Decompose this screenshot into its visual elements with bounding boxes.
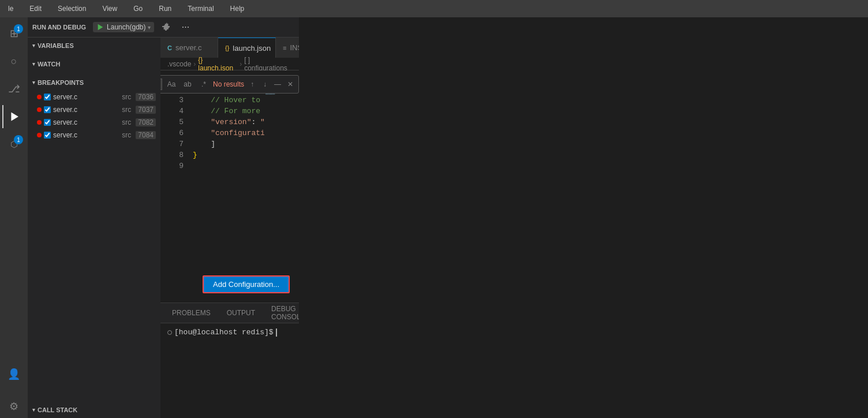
breakpoint-checkbox[interactable]: [44, 119, 51, 126]
find-bar: › Aa ab .* No results ↑ ↓ — ✕: [160, 75, 299, 94]
breakpoint-dot: [37, 95, 42, 99]
watch-section: ▾ Watch: [28, 56, 160, 72]
run-debug-label: Run and Debug: [32, 24, 86, 31]
find-navigation: ↑ ↓ — ✕: [246, 79, 296, 90]
whole-word-icon[interactable]: ab: [181, 77, 194, 91]
source-control-icon[interactable]: ⎇: [2, 77, 25, 100]
breakpoints-section: ▾ Breakpoints server.c src 7036: [28, 74, 160, 400]
extensions2-icon[interactable]: 👤: [2, 363, 25, 386]
minimap: ▓▓▓▓▓▓▓▓▓▓▓▓ ▓▓▓▓▓▓▓▓▓▓ ▓▓▓▓▓▓▓▓▓▓▓▓▓▓ ▓…: [264, 70, 299, 303]
add-configuration-button[interactable]: Add Configuration...: [203, 275, 290, 293]
code-line-9: }: [193, 150, 260, 161]
find-close-button[interactable]: —: [272, 79, 283, 90]
code-line-4: // For more information, visit: https://…: [193, 106, 260, 117]
activity-bar: ⊞ 1 ○ ⎇ ⬡ 1 👤 ⚙: [0, 17, 28, 418]
breadcrumb: .vscode › {} launch.json › [ ] configura…: [160, 58, 299, 70]
terminal-content[interactable]: [hou@localhost redis]$: [160, 323, 299, 418]
debug-actions: ···: [159, 19, 193, 35]
editor-area: C server.c {} launch.json ≡ INSTALL: [160, 38, 299, 418]
no-results-label: No results: [213, 80, 244, 88]
tab-server-c[interactable]: C server.c: [160, 38, 218, 58]
regex-icon[interactable]: .*: [197, 77, 211, 91]
find-input[interactable]: [160, 79, 162, 90]
tab-icon-launch-json: {}: [225, 44, 229, 51]
code-line-3: // Hover to view descriptions of existin…: [193, 95, 260, 106]
debug-toolbar: Run and Debug Launch(gdb) ▾ ···: [28, 17, 299, 38]
tab-output[interactable]: OUTPUT: [220, 303, 262, 323]
breakpoint-item: server.c src 7036: [28, 91, 160, 103]
settings-icon[interactable]: ⚙: [2, 395, 25, 418]
tab-icon-server-c: C: [167, 44, 172, 51]
remote-icon[interactable]: ⬡ 1: [2, 133, 25, 156]
tab-debug-console[interactable]: DEBUG CONSOLE: [264, 303, 299, 323]
find-previous-button[interactable]: ↑: [246, 79, 258, 90]
breakpoint-dot: [37, 120, 42, 125]
menu-le[interactable]: le: [5, 3, 17, 14]
tab-icon-install: ≡: [283, 44, 286, 51]
tab-launch-json[interactable]: {} launch.json: [218, 38, 276, 58]
code-content[interactable]: { // Use IntelliSense to learn about pos…: [188, 70, 264, 303]
code-line-6: "configurations": [: [193, 128, 260, 139]
remote-badge: 1: [14, 135, 23, 144]
menu-bar: le Edit Selection View Go Run Terminal H…: [5, 3, 248, 14]
terminal-cursor: [276, 329, 277, 337]
breakpoint-item: server.c src 7037: [28, 103, 160, 116]
more-actions-icon[interactable]: ···: [177, 19, 193, 35]
menu-go[interactable]: Go: [130, 3, 146, 14]
variables-section: ▾ Variables: [28, 38, 160, 54]
extensions-icon[interactable]: ⊞ 1: [2, 22, 25, 45]
breakpoints-header[interactable]: ▾ Breakpoints: [28, 74, 160, 91]
menu-selection[interactable]: Selection: [54, 3, 89, 14]
breakpoint-dot: [37, 107, 42, 112]
gear-icon[interactable]: [159, 19, 175, 35]
find-next-button[interactable]: ↓: [259, 79, 271, 90]
watch-header[interactable]: ▾ Watch: [28, 56, 160, 72]
breakpoints-list: server.c src 7036 server.c src 7037: [28, 91, 160, 141]
menu-run[interactable]: Run: [155, 3, 175, 14]
breakpoint-checkbox[interactable]: [44, 132, 51, 139]
tab-install[interactable]: ≡ INSTALL: [276, 38, 299, 58]
svg-marker-0: [98, 24, 103, 31]
terminal-circle-icon: [167, 330, 172, 335]
panel-area: PROBLEMS OUTPUT DEBUG CONSOLE TERMINAL P…: [160, 303, 299, 418]
breakpoint-checkbox[interactable]: [44, 106, 51, 113]
sidebar-panel: ▾ Variables ▾ Watch ▾ Breakpoints: [28, 38, 160, 418]
code-line-5: "version": "0.2.0",: [193, 117, 260, 128]
menu-terminal[interactable]: Terminal: [184, 3, 217, 14]
breakpoint-item: server.c src 7084: [28, 129, 160, 141]
code-line-8: ]: [193, 139, 260, 150]
breakpoint-dot: [37, 133, 42, 137]
breakpoint-item: server.c src 7082: [28, 116, 160, 129]
search-icon[interactable]: ○: [2, 50, 25, 73]
match-case-icon[interactable]: Aa: [164, 77, 178, 91]
terminal-prompt: [hou@localhost redis]$: [167, 328, 292, 337]
debug-configuration-dropdown[interactable]: Launch(gdb) ▾: [93, 22, 154, 32]
tab-problems[interactable]: PROBLEMS: [165, 303, 218, 323]
menu-help[interactable]: Help: [227, 3, 248, 14]
terminal-text: [hou@localhost redis]$: [174, 328, 274, 337]
panel-tab-bar: PROBLEMS OUTPUT DEBUG CONSOLE TERMINAL P…: [160, 303, 299, 323]
code-editor: › Aa ab .* No results ↑ ↓ — ✕: [160, 70, 299, 303]
line-numbers: 1 2 3 4 5 6 7 8 9: [160, 70, 188, 303]
menu-view[interactable]: View: [99, 3, 121, 14]
find-close-x-button[interactable]: ✕: [285, 79, 296, 90]
run-debug-icon[interactable]: [2, 105, 25, 128]
breakpoint-checkbox[interactable]: [44, 94, 51, 100]
call-stack-section: ▾ Call Stack: [28, 402, 160, 418]
variables-header[interactable]: ▾ Variables: [28, 38, 160, 54]
tab-bar: C server.c {} launch.json ≡ INSTALL: [160, 38, 299, 58]
menu-edit[interactable]: Edit: [26, 3, 45, 14]
extensions-badge: 1: [14, 24, 23, 33]
call-stack-header[interactable]: ▾ Call Stack: [28, 402, 160, 418]
title-bar: le Edit Selection View Go Run Terminal H…: [0, 0, 868, 17]
